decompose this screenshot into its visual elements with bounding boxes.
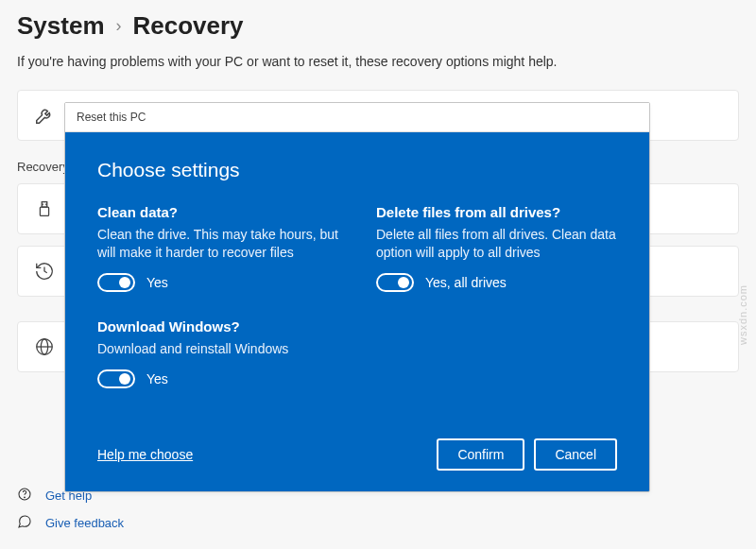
delete-all-drives-option: Delete files from all drives? Delete all…	[376, 204, 617, 292]
breadcrumb-parent[interactable]: System	[17, 11, 105, 41]
chevron-right-icon: ›	[116, 16, 122, 36]
help-icon	[17, 487, 34, 505]
give-feedback-link[interactable]: Give feedback	[17, 514, 124, 532]
download-windows-option: Download Windows? Download and reinstall…	[97, 318, 338, 388]
clean-data-desc: Clean the drive. This may take hours, bu…	[97, 226, 338, 262]
delete-all-drives-toggle[interactable]	[376, 273, 414, 292]
intro-text: If you're having problems with your PC o…	[17, 54, 739, 69]
help-me-choose-link[interactable]: Help me choose	[97, 447, 193, 462]
clean-data-option: Clean data? Clean the drive. This may ta…	[97, 204, 338, 292]
cancel-button[interactable]: Cancel	[534, 438, 617, 471]
wrench-icon	[33, 104, 56, 127]
clean-data-toggle-label: Yes	[146, 275, 168, 290]
confirm-button[interactable]: Confirm	[437, 438, 524, 471]
clean-data-heading: Clean data?	[97, 204, 338, 220]
svg-rect-0	[40, 207, 48, 215]
delete-all-drives-heading: Delete files from all drives?	[376, 204, 617, 220]
delete-all-drives-desc: Delete all files from all drives. Clean …	[376, 226, 617, 262]
watermark: wsxdn.com	[737, 284, 748, 345]
globe-icon	[33, 335, 56, 358]
feedback-icon	[17, 514, 34, 532]
give-feedback-label: Give feedback	[45, 516, 124, 530]
reset-pc-dialog: Reset this PC Choose settings Clean data…	[64, 102, 650, 492]
dialog-heading: Choose settings	[97, 159, 617, 181]
svg-point-8	[25, 497, 26, 498]
usb-icon	[33, 197, 56, 220]
delete-all-drives-toggle-label: Yes, all drives	[425, 275, 507, 290]
download-windows-toggle[interactable]	[97, 369, 135, 388]
breadcrumb: System › Recovery	[17, 11, 739, 41]
download-windows-desc: Download and reinstall Windows	[97, 340, 338, 358]
page-title: Recovery	[133, 11, 244, 41]
download-windows-toggle-label: Yes	[146, 371, 168, 386]
download-windows-heading: Download Windows?	[97, 318, 338, 335]
footer-links: Get help Give feedback	[17, 487, 124, 541]
history-icon	[33, 260, 56, 283]
dialog-titlebar: Reset this PC	[65, 103, 649, 132]
clean-data-toggle[interactable]	[97, 273, 135, 292]
